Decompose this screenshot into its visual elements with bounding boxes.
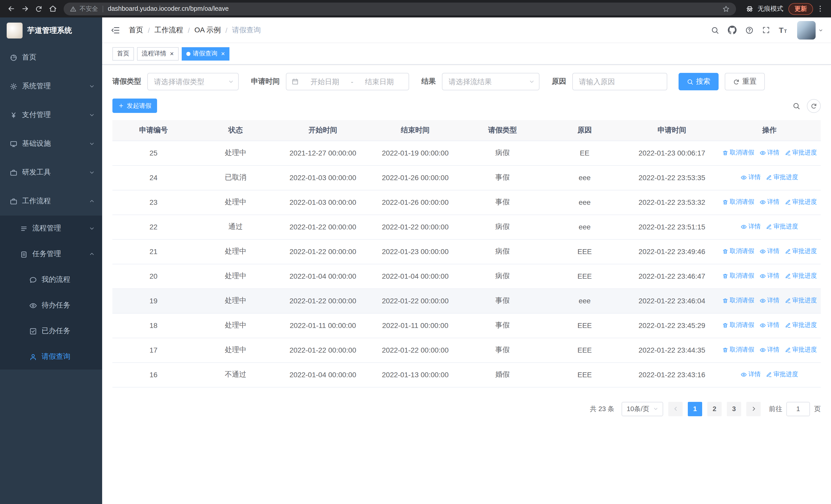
reset-button[interactable]: 重置 [725,73,765,90]
close-icon[interactable]: × [221,50,225,57]
refresh-icon [810,102,817,109]
result-select[interactable] [442,73,540,90]
approval-progress-link[interactable]: 审批进度 [784,296,817,305]
eye-icon [741,372,747,378]
detail-link[interactable]: 详情 [741,173,761,182]
help-icon[interactable] [746,26,754,34]
cancel-leave-link[interactable]: 取消请假 [722,247,754,256]
cell-actions: 取消请假详情审批进度 [718,141,821,165]
detail-link[interactable]: 详情 [760,296,779,305]
result-input[interactable] [449,78,526,86]
tab-leave-query[interactable]: 请假查询× [181,47,229,60]
page-button-3[interactable]: 3 [727,402,741,416]
cancel-leave-link[interactable]: 取消请假 [722,296,754,305]
detail-link[interactable]: 详情 [760,272,779,280]
breadcrumb-item[interactable]: OA 示例 [195,25,221,35]
detail-link[interactable]: 详情 [760,346,779,354]
approval-progress-link[interactable]: 审批进度 [784,346,817,354]
cell-reason: eee [544,214,626,239]
approval-progress-link[interactable]: 审批进度 [784,198,817,207]
sidebar-item-label: 我的流程 [41,275,70,284]
cancel-leave-link[interactable]: 取消请假 [722,149,754,157]
detail-link[interactable]: 详情 [760,321,779,330]
user-avatar[interactable] [797,21,823,39]
cancel-leave-link[interactable]: 取消请假 [722,321,754,330]
bookmark-star-icon[interactable] [722,5,730,12]
fullscreen-icon[interactable] [763,26,770,34]
calendar-icon [291,78,299,85]
sidebar-item-my-process[interactable]: 我的流程 [0,267,102,293]
toggle-search-button[interactable] [793,102,800,110]
close-icon[interactable]: × [170,50,174,57]
edit-icon [766,175,772,181]
approval-progress-link[interactable]: 审批进度 [784,149,817,157]
app-logo[interactable]: 芋道管理系统 [0,18,102,43]
sidebar-item-payment[interactable]: 支付管理 [0,100,102,129]
sidebar-item-home[interactable]: 首页 [0,43,102,72]
github-icon[interactable] [728,26,737,34]
leave-type-input[interactable] [154,78,226,86]
cell-applied: 2022-01-22 23:49:46 [626,239,718,264]
approval-progress-link[interactable]: 审批进度 [784,272,817,280]
page-button-2[interactable]: 2 [707,402,722,416]
sidebar-item-task-mgmt[interactable]: 任务管理 [0,241,102,267]
detail-link[interactable]: 详情 [741,223,761,231]
page-button-1[interactable]: 1 [688,402,702,416]
font-size-icon[interactable]: TT [779,26,787,34]
cell-applied: 2022-01-22 23:45:29 [626,313,718,338]
sidebar-toggle-button[interactable] [111,25,120,35]
reason-field[interactable] [572,73,667,90]
chevron-down-icon [89,83,95,89]
create-leave-button[interactable]: 发起请假 [112,98,157,113]
sidebar-item-infrastructure[interactable]: 基础设施 [0,129,102,158]
update-button[interactable]: 更新 [789,3,813,14]
browser-reload-button[interactable] [32,2,46,16]
apply-time-range[interactable]: - [286,73,409,90]
cancel-leave-link[interactable]: 取消请假 [722,346,754,354]
breadcrumb-item[interactable]: 工作流程 [154,25,183,35]
cell-id: 23 [112,190,195,214]
approval-progress-link[interactable]: 审批进度 [766,370,798,379]
refresh-table-button[interactable] [807,99,821,113]
cancel-leave-link[interactable]: 取消请假 [722,272,754,280]
breadcrumb-item: 请假查询 [232,25,261,35]
edit-icon [784,199,791,205]
approval-progress-link[interactable]: 审批进度 [766,173,798,182]
sidebar-item-devtools[interactable]: 研发工具 [0,158,102,187]
detail-link[interactable]: 详情 [760,198,779,207]
page-size-select[interactable]: 10条/页 [622,402,663,416]
tab-home[interactable]: 首页 [112,47,134,60]
reason-input[interactable] [579,78,661,86]
detail-link[interactable]: 详情 [741,370,761,379]
detail-link[interactable]: 详情 [760,247,779,256]
address-bar[interactable]: 不安全 dashboard.yudao.iocoder.cn/bpm/oa/le… [64,2,736,15]
sidebar-item-done-tasks[interactable]: 已办任务 [0,318,102,344]
browser-forward-button[interactable] [18,2,32,16]
prev-page-button[interactable] [668,402,683,416]
sidebar-item-leave-query[interactable]: 请假查询 [0,344,102,369]
apply-time-label: 申请时间 [251,77,280,86]
goto-page-input[interactable] [786,402,810,416]
next-page-button[interactable] [746,402,761,416]
sidebar-item-workflow[interactable]: 工作流程 [0,187,102,215]
start-date-input[interactable] [301,78,349,86]
end-date-input[interactable] [355,78,403,86]
sidebar-item-todo-tasks[interactable]: 待办任务 [0,293,102,318]
leave-type-select[interactable] [147,73,239,90]
browser-back-button[interactable] [4,2,18,16]
browser-menu-button[interactable] [813,2,827,16]
sidebar-item-system[interactable]: 系统管理 [0,72,102,100]
action-label: 审批进度 [792,296,817,305]
approval-progress-link[interactable]: 审批进度 [784,321,817,330]
cell-id: 21 [112,239,195,264]
search-icon[interactable] [711,26,719,34]
sidebar-item-process-mgmt[interactable]: 流程管理 [0,215,102,241]
detail-link[interactable]: 详情 [760,149,779,157]
approval-progress-link[interactable]: 审批进度 [766,223,798,231]
approval-progress-link[interactable]: 审批进度 [784,247,817,256]
breadcrumb-item[interactable]: 首页 [129,25,143,35]
cancel-leave-link[interactable]: 取消请假 [722,198,754,207]
tab-process-detail[interactable]: 流程详情× [137,47,178,60]
search-button[interactable]: 搜索 [679,73,719,90]
browser-home-button[interactable] [46,2,60,16]
